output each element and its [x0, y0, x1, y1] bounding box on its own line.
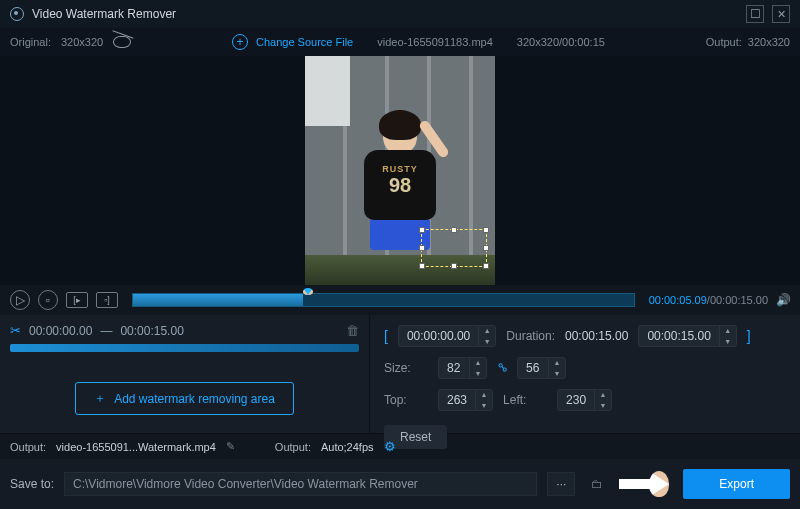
title-bar: Video Watermark Remover ☐ ✕	[0, 0, 800, 28]
size-w-up[interactable]: ▲	[470, 357, 486, 368]
shirt-number: 98	[364, 174, 436, 197]
person-head	[383, 116, 417, 154]
size-h-value: 56	[518, 361, 548, 375]
stop-button[interactable]: ▫	[38, 290, 58, 310]
add-area-label: Add watermark removing area	[114, 392, 275, 406]
size-h-up[interactable]: ▲	[549, 357, 565, 368]
bracket-start-icon[interactable]: [	[384, 328, 388, 344]
clip-panel: ✂ 00:00:00.00 — 00:00:15.00 🗑 ＋ Add wate…	[0, 315, 370, 433]
end-down[interactable]: ▼	[720, 336, 736, 347]
handle-bl[interactable]	[419, 263, 425, 269]
clip-header: ✂ 00:00:00.00 — 00:00:15.00 🗑	[10, 323, 359, 338]
handle-tr[interactable]	[483, 227, 489, 233]
duration-label: Duration:	[506, 329, 555, 343]
output-codec-value: Auto;24fps	[321, 441, 374, 453]
size-height-field[interactable]: 56 ▲▼	[517, 357, 566, 379]
original-value: 320x320	[61, 36, 103, 48]
preview-toggle-icon[interactable]	[113, 36, 131, 48]
handle-br[interactable]	[483, 263, 489, 269]
start-down[interactable]: ▼	[479, 336, 495, 347]
add-source-icon[interactable]: +	[232, 34, 248, 50]
volume-icon[interactable]: 🔊	[776, 293, 790, 307]
start-up[interactable]: ▲	[479, 325, 495, 336]
preview-area: RUSTY 98	[0, 56, 800, 285]
top-label: Top:	[384, 393, 428, 407]
scissor-icon[interactable]: ✂	[10, 323, 21, 338]
duration-value: 00:00:15.00	[565, 329, 628, 343]
export-button[interactable]: Export	[683, 469, 790, 499]
handle-bm[interactable]	[451, 263, 457, 269]
left-label: Left:	[503, 393, 547, 407]
output-label: Output:	[706, 36, 742, 48]
step-back-button[interactable]: [▸	[66, 292, 88, 308]
person-shirt: RUSTY 98	[364, 150, 436, 220]
clip-end: 00:00:15.00	[120, 324, 183, 338]
delete-clip-icon[interactable]: 🗑	[346, 323, 359, 338]
rename-output-icon[interactable]: ✎	[226, 440, 235, 453]
left-value: 230	[558, 393, 594, 407]
clip-start: 00:00:00.00	[29, 324, 92, 338]
clip-sep: —	[100, 324, 112, 338]
clip-range-bar[interactable]	[10, 344, 359, 352]
end-time-field[interactable]: 00:00:15.00 ▲▼	[638, 325, 736, 347]
handle-ml[interactable]	[419, 245, 425, 251]
editor-panels: ✂ 00:00:00.00 — 00:00:15.00 🗑 ＋ Add wate…	[0, 315, 800, 433]
background-sky	[305, 56, 350, 126]
left-field[interactable]: 230 ▲▼	[557, 389, 612, 411]
handle-tm[interactable]	[451, 227, 457, 233]
size-width-field[interactable]: 82 ▲▼	[438, 357, 487, 379]
add-watermark-area-button[interactable]: ＋ Add watermark removing area	[75, 382, 294, 415]
handle-tl[interactable]	[419, 227, 425, 233]
size-label: Size:	[384, 361, 428, 375]
timeline-progress	[133, 294, 303, 306]
save-to-label: Save to:	[10, 477, 54, 491]
source-filename: video-1655091183.mp4	[377, 36, 493, 48]
person-hair	[379, 110, 421, 140]
plus-icon: ＋	[94, 390, 106, 407]
original-label: Original:	[10, 36, 51, 48]
timecode-current: 00:00:05.09	[649, 294, 707, 306]
end-time-value: 00:00:15.00	[639, 329, 718, 343]
video-frame[interactable]: RUSTY 98	[305, 56, 495, 285]
top-value: 263	[439, 393, 475, 407]
link-aspect-icon[interactable]: ⚯	[494, 360, 511, 377]
step-fwd-button[interactable]: ▫]	[96, 292, 118, 308]
dots-label: ···	[556, 477, 566, 491]
top-field[interactable]: 263 ▲▼	[438, 389, 493, 411]
transport-bar: ▷ ▫ [▸ ▫] 00:00:05.09/00:00:15.00 🔊	[0, 285, 800, 315]
output-settings-icon[interactable]: ⚙	[384, 439, 396, 454]
output-file-label: Output:	[10, 441, 46, 453]
bracket-end-icon[interactable]: ]	[747, 328, 751, 344]
maximize-button[interactable]: ☐	[746, 5, 764, 23]
arrow-annotation	[619, 471, 673, 497]
save-path-field[interactable]: C:\Vidmore\Vidmore Video Converter\Video…	[64, 472, 537, 496]
end-up[interactable]: ▲	[720, 325, 736, 336]
play-button[interactable]: ▷	[10, 290, 30, 310]
output-value: 320x320	[748, 36, 790, 48]
browse-path-button[interactable]: ···	[547, 472, 575, 496]
close-button[interactable]: ✕	[772, 5, 790, 23]
timeline-track[interactable]	[132, 293, 635, 307]
info-bar: Original: 320x320 + Change Source File v…	[0, 28, 800, 56]
top-down[interactable]: ▼	[476, 400, 492, 411]
left-down[interactable]: ▼	[595, 400, 611, 411]
open-folder-icon[interactable]: 🗀	[585, 472, 609, 496]
size-h-down[interactable]: ▼	[549, 368, 565, 379]
export-label: Export	[719, 477, 754, 491]
shirt-word: RUSTY	[364, 164, 436, 174]
start-time-field[interactable]: 00:00:00.00 ▲▼	[398, 325, 496, 347]
timeline-playhead[interactable]	[303, 288, 313, 295]
timecode-total: /00:00:15.00	[707, 294, 768, 306]
left-up[interactable]: ▲	[595, 389, 611, 400]
handle-mr[interactable]	[483, 245, 489, 251]
save-path-value: C:\Vidmore\Vidmore Video Converter\Video…	[73, 477, 418, 491]
change-source-link[interactable]: Change Source File	[256, 36, 353, 48]
bottom-bar: Save to: C:\Vidmore\Vidmore Video Conver…	[0, 459, 800, 509]
app-title: Video Watermark Remover	[32, 7, 738, 21]
top-up[interactable]: ▲	[476, 389, 492, 400]
size-w-down[interactable]: ▼	[470, 368, 486, 379]
watermark-selection-box[interactable]	[421, 229, 487, 267]
output-codec-label: Output:	[275, 441, 311, 453]
app-logo-icon	[10, 7, 24, 21]
output-file-value: video-1655091...Watermark.mp4	[56, 441, 216, 453]
